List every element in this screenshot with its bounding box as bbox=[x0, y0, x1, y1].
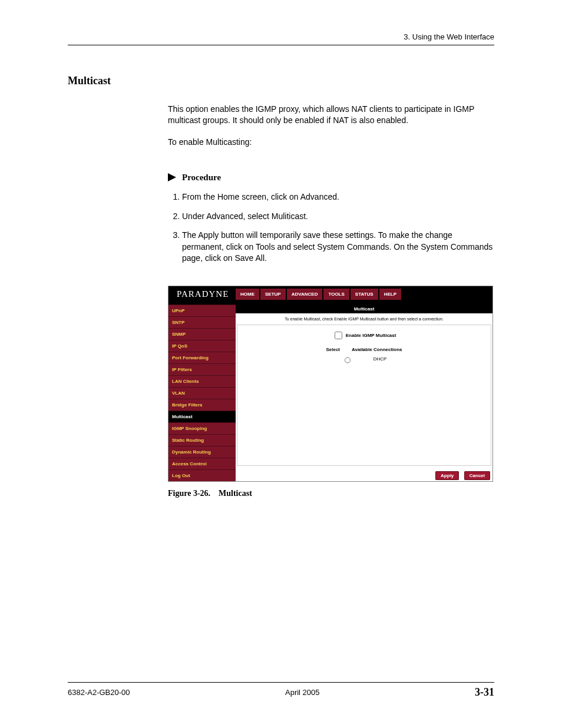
tab-status[interactable]: STATUS bbox=[351, 289, 378, 300]
sidebar: UPnP SNTP SNMP IP QoS Port Forwarding IP… bbox=[168, 305, 236, 481]
intro-paragraph-1: This option enables the IGMP proxy, whic… bbox=[168, 104, 494, 126]
connection-name: DHCP bbox=[373, 356, 387, 362]
sidebar-item-logout[interactable]: Log Out bbox=[168, 469, 236, 481]
procedure-label: Procedure bbox=[182, 171, 221, 183]
footer-date: April 2005 bbox=[285, 688, 320, 697]
col-select: Select bbox=[326, 347, 340, 352]
enable-igmp-checkbox[interactable] bbox=[335, 332, 342, 339]
section-title: Multicast bbox=[68, 75, 494, 87]
connection-radio[interactable] bbox=[345, 356, 351, 364]
content-title: Multicast bbox=[236, 305, 492, 313]
tab-setup[interactable]: SETUP bbox=[260, 289, 286, 300]
sidebar-item-multicast[interactable]: Multicast bbox=[168, 411, 236, 422]
intro-paragraph-2: To enable Multicasting: bbox=[168, 137, 494, 148]
procedure-arrow-icon bbox=[168, 173, 176, 181]
step-item: Under Advanced, select Muliticast. bbox=[182, 211, 494, 223]
step-item: From the Home screen, click on Advanced. bbox=[182, 191, 494, 203]
sidebar-item-snmp[interactable]: SNMP bbox=[168, 328, 236, 340]
sidebar-item-upnp[interactable]: UPnP bbox=[168, 305, 236, 316]
step-item: The Apply button will temporarily save t… bbox=[182, 230, 494, 264]
sidebar-item-igmp-snooping[interactable]: IGMP Snooping bbox=[168, 422, 236, 434]
procedure-steps: From the Home screen, click on Advanced.… bbox=[168, 191, 494, 264]
footer-page: 3-31 bbox=[475, 686, 494, 699]
cancel-button[interactable]: Cancel bbox=[464, 471, 490, 480]
tab-advanced[interactable]: ADVANCED bbox=[287, 289, 323, 300]
sidebar-item-dynamic-routing[interactable]: Dynamic Routing bbox=[168, 446, 236, 458]
content-subtitle: To enable Multicast, check Enable IGMP M… bbox=[236, 313, 492, 323]
sidebar-item-ipqos[interactable]: IP QoS bbox=[168, 340, 236, 352]
brand-logo: PARADYNE bbox=[168, 289, 236, 299]
sidebar-item-ip-filters[interactable]: IP Filters bbox=[168, 363, 236, 375]
enable-igmp-label: Enable IGMP Multicast bbox=[346, 333, 396, 338]
page-header-chapter: 3. Using the Web Interface bbox=[68, 32, 494, 45]
sidebar-item-bridge-filters[interactable]: Bridge Filters bbox=[168, 399, 236, 411]
tab-home[interactable]: HOME bbox=[236, 289, 259, 300]
sidebar-item-port-forwarding[interactable]: Port Forwarding bbox=[168, 352, 236, 363]
col-available: Available Connections bbox=[352, 347, 402, 352]
sidebar-item-sntp[interactable]: SNTP bbox=[168, 316, 236, 328]
figure-caption: Figure 3-26. Multicast bbox=[168, 489, 494, 498]
sidebar-item-lan-clients[interactable]: LAN Clients bbox=[168, 375, 236, 387]
app-screenshot: PARADYNE HOME SETUP ADVANCED TOOLS STATU… bbox=[168, 286, 493, 482]
tab-tools[interactable]: TOOLS bbox=[323, 289, 349, 300]
tab-help[interactable]: HELP bbox=[379, 289, 401, 300]
sidebar-item-vlan[interactable]: VLAN bbox=[168, 387, 236, 399]
footer-docnum: 6382-A2-GB20-00 bbox=[68, 688, 130, 697]
sidebar-item-access-control[interactable]: Access Control bbox=[168, 458, 236, 469]
apply-button[interactable]: Apply bbox=[435, 471, 459, 480]
sidebar-item-static-routing[interactable]: Static Routing bbox=[168, 434, 236, 446]
